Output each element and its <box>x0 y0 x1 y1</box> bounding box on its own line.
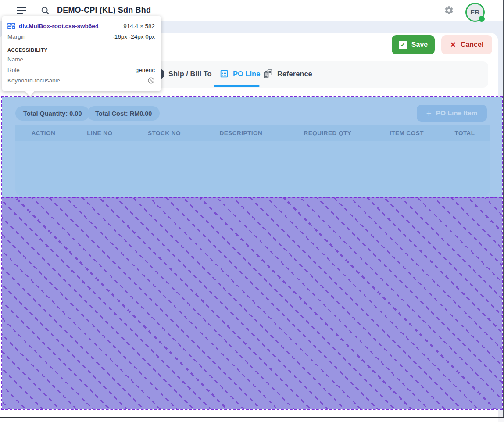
accessibility-section-title: ACCESSIBILITY <box>7 47 48 53</box>
cancel-button-label: Cancel <box>461 41 483 49</box>
not-focusable-icon <box>147 77 155 84</box>
col-description: DESCRIPTION <box>200 130 282 136</box>
user-avatar[interactable]: ER <box>465 3 485 22</box>
po-line-table: ACTION LINE NO STOCK NO DESCRIPTION REQU… <box>15 125 490 196</box>
element-dimensions: 914.4 × 582 <box>123 23 155 29</box>
tooltip-pointer-arrow <box>25 91 35 97</box>
a11y-keyboard-label: Keyboard-focusable <box>7 77 60 84</box>
tab-po-line-label: PO Line <box>233 70 260 78</box>
po-line-table-header: ACTION LINE NO STOCK NO DESCRIPTION REQU… <box>15 125 490 141</box>
a11y-role-value: generic <box>136 67 155 73</box>
po-line-table-empty-body <box>15 141 490 196</box>
devtools-margin-highlight <box>2 197 502 409</box>
online-status-dot <box>479 16 485 22</box>
tab-po-line[interactable]: PO Line <box>219 68 260 79</box>
company-title: DEMO-CPI (KL) Sdn Bhd <box>57 6 151 15</box>
devtools-content-highlight: Total Quantity: 0.00 Total Cost: RM0.00 … <box>2 97 502 197</box>
inspected-selector: div.MuiBox-root.css-swb6e4 <box>19 23 98 29</box>
devtools-inspect-tooltip: div.MuiBox-root.css-swb6e4 914.4 × 582 M… <box>2 16 161 91</box>
a11y-name-label: Name <box>7 56 23 63</box>
col-item-cost: ITEM COST <box>374 130 440 136</box>
po-line-list-icon <box>219 69 229 79</box>
total-quantity-chip: Total Quantity: 0.00 <box>15 106 89 121</box>
col-action: ACTION <box>15 130 71 136</box>
plus-icon: + <box>426 109 431 118</box>
search-icon[interactable] <box>40 6 50 15</box>
menu-icon[interactable] <box>17 7 26 14</box>
tab-ship-bill-to[interactable]: Ship / Bill To <box>154 68 212 79</box>
tab-reference-label: Reference <box>277 70 312 78</box>
save-button-label: Save <box>411 41 428 49</box>
element-badge-icon <box>7 23 15 29</box>
save-check-icon: ✓ <box>399 41 407 49</box>
add-po-line-item-label: PO Line Item <box>436 109 478 117</box>
col-required-qty: REQUIRED QTY <box>282 130 374 136</box>
settings-gear-icon[interactable] <box>444 5 454 15</box>
col-line-no: LINE NO <box>71 130 128 136</box>
col-stock-no: STOCK NO <box>128 130 200 136</box>
active-tab-indicator <box>214 85 260 87</box>
cancel-button[interactable]: ✕ Cancel <box>441 35 492 54</box>
cancel-x-icon: ✕ <box>450 40 456 50</box>
total-cost-chip: Total Cost: RM0.00 <box>87 106 160 121</box>
devtools-highlight-overlay: Total Quantity: 0.00 Total Cost: RM0.00 … <box>1 96 503 410</box>
reference-documents-icon <box>263 68 273 79</box>
col-total: TOTAL <box>440 130 490 136</box>
avatar-initials: ER <box>470 8 480 16</box>
add-po-line-item-button[interactable]: + PO Line Item <box>417 105 487 122</box>
a11y-role-label: Role <box>7 67 20 73</box>
margin-value: -16px -24px 0px <box>112 33 155 40</box>
section-divider <box>52 50 155 50</box>
save-button[interactable]: ✓ Save <box>392 35 435 54</box>
tab-ship-bill-to-label: Ship / Bill To <box>168 70 212 78</box>
tab-reference[interactable]: Reference <box>263 68 312 79</box>
margin-label: Margin <box>7 33 25 40</box>
window-bottom-edge <box>0 417 504 418</box>
